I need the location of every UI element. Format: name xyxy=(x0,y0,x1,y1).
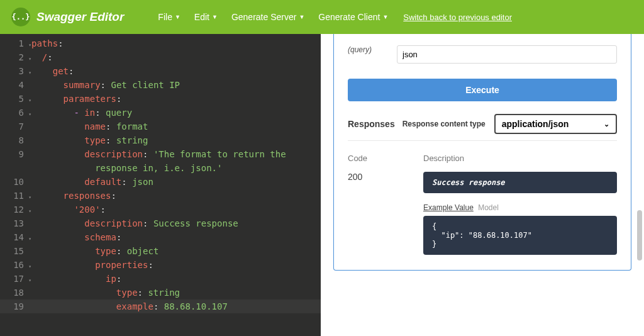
code-content[interactable]: get: xyxy=(31,64,74,78)
editor-line[interactable]: 16▾ properties: xyxy=(0,258,321,272)
editor-line[interactable]: 17▾ ip: xyxy=(0,272,321,286)
code-content[interactable]: ip: xyxy=(31,272,121,286)
gutter: 9 xyxy=(0,147,31,161)
code-content[interactable]: default: json xyxy=(31,175,153,189)
content-type-label: Response content type xyxy=(402,120,486,128)
code-content[interactable]: schema: xyxy=(31,230,121,244)
menu-generate-client[interactable]: Generate Client▼ xyxy=(318,12,388,22)
editor-line[interactable]: 10 default: json xyxy=(0,175,321,189)
code-content[interactable]: properties: xyxy=(31,258,153,272)
menu-edit[interactable]: Edit▼ xyxy=(194,12,218,22)
gutter: 14▾ xyxy=(0,230,31,244)
editor-line[interactable]: 14▾ schema: xyxy=(0,230,321,244)
code-content[interactable]: /: xyxy=(31,50,53,64)
gutter: 2▾ xyxy=(0,50,31,64)
response-row: 200 Success response Example Value Model… xyxy=(348,172,617,255)
gutter: 4 xyxy=(0,78,31,92)
parameter-input[interactable] xyxy=(397,45,617,64)
editor-line[interactable]: 2▾ /: xyxy=(0,50,321,64)
editor-line[interactable]: 5▾ parameters: xyxy=(0,92,321,106)
editor-line[interactable]: 1▾paths: xyxy=(0,36,321,50)
editor-line[interactable]: response in, i.e. json.' xyxy=(0,161,321,175)
gutter: 12▾ xyxy=(0,203,31,216)
gutter: 11▾ xyxy=(0,189,31,203)
menu-generate-server[interactable]: Generate Server▼ xyxy=(231,12,304,22)
editor-line[interactable]: 3▾ get: xyxy=(0,64,321,78)
parameter-row: (query) xyxy=(348,45,617,64)
editor-line[interactable]: 13 description: Success response xyxy=(0,216,321,230)
code-content[interactable]: example: 88.68.10.107 xyxy=(31,300,228,313)
scroll-thumb[interactable] xyxy=(637,210,642,260)
execute-button[interactable]: Execute xyxy=(348,79,617,101)
gutter: 15 xyxy=(0,244,31,258)
chevron-down-icon: ▼ xyxy=(175,14,180,20)
code-content[interactable]: paths: xyxy=(31,36,64,50)
editor-line[interactable]: 11▾ responses: xyxy=(0,189,321,203)
tab-example-value[interactable]: Example Value xyxy=(423,203,474,212)
gutter: 10 xyxy=(0,175,31,189)
editor-line[interactable]: 12▾ '200': xyxy=(0,203,321,216)
gutter: 8 xyxy=(0,133,31,147)
gutter: 6▾ xyxy=(0,106,31,120)
code-editor[interactable]: 1▾paths:2▾ /:3▾ get:4 summary: Get clien… xyxy=(0,34,321,336)
code-content[interactable]: type: object xyxy=(31,244,158,258)
editor-line[interactable]: 19 example: 88.68.10.107 xyxy=(0,300,321,313)
content-type-select[interactable]: application/json ⌄ xyxy=(494,114,617,134)
responses-header: Responses Response content type applicat… xyxy=(348,114,617,141)
code-content[interactable]: '200': xyxy=(31,203,106,216)
responses-table-head: Code Description xyxy=(348,154,617,163)
code-content[interactable]: response in, i.e. json.' xyxy=(31,161,222,175)
workspace: 1▾paths:2▾ /:3▾ get:4 summary: Get clien… xyxy=(0,34,644,336)
swagger-logo-icon: {..} xyxy=(11,8,30,26)
editor-line[interactable]: 8 type: string xyxy=(0,133,321,147)
parameter-type-label: (query) xyxy=(348,45,397,54)
gutter: 19 xyxy=(0,300,31,313)
gutter xyxy=(0,161,31,175)
main-menu: File▼ Edit▼ Generate Server▼ Generate Cl… xyxy=(158,12,388,22)
tab-model[interactable]: Model xyxy=(478,203,499,212)
menu-file[interactable]: File▼ xyxy=(158,12,180,22)
code-content[interactable]: - in: query xyxy=(31,106,132,120)
editor-line[interactable]: 7 name: format xyxy=(0,120,321,133)
response-description: Success response xyxy=(423,172,617,193)
th-description: Description xyxy=(423,154,617,163)
code-content[interactable]: type: string xyxy=(31,286,180,300)
gutter: 17▾ xyxy=(0,272,31,286)
gutter: 18 xyxy=(0,286,31,300)
brand-title: Swagger Editor xyxy=(36,10,124,24)
chevron-down-icon: ▼ xyxy=(299,14,304,20)
code-content[interactable]: summary: Get client IP xyxy=(31,78,180,92)
code-content[interactable]: description: Success response xyxy=(31,216,238,230)
code-content[interactable]: description: 'The format to return the xyxy=(31,147,286,161)
topbar: {..} Swagger Editor File▼ Edit▼ Generate… xyxy=(0,0,644,34)
example-tabs: Example Value Model xyxy=(423,203,617,212)
editor-line[interactable]: 18 type: string xyxy=(0,286,321,300)
chevron-down-icon: ▼ xyxy=(212,14,218,20)
responses-label: Responses xyxy=(348,119,395,129)
gutter: 7 xyxy=(0,120,31,133)
gutter: 1▾ xyxy=(0,36,31,50)
example-body: { "ip": "88.68.10.107" } xyxy=(423,216,617,255)
editor-line[interactable]: 15 type: object xyxy=(0,244,321,258)
gutter: 3▾ xyxy=(0,64,31,78)
editor-line[interactable]: 4 summary: Get client IP xyxy=(0,78,321,92)
code-content[interactable]: parameters: xyxy=(31,92,121,106)
content-type-value: application/json xyxy=(502,119,569,129)
chevron-down-icon: ▼ xyxy=(382,14,388,20)
response-code: 200 xyxy=(348,172,423,255)
preview-pane: (query) Execute Responses Response conte… xyxy=(321,34,644,336)
operation-panel: (query) Execute Responses Response conte… xyxy=(333,34,631,271)
code-content[interactable]: type: string xyxy=(31,133,148,147)
th-code: Code xyxy=(348,154,423,163)
brand: {..} Swagger Editor xyxy=(11,8,124,26)
gutter: 5▾ xyxy=(0,92,31,106)
chevron-down-icon: ⌄ xyxy=(604,120,609,128)
scrollbar[interactable] xyxy=(637,34,642,336)
code-content[interactable]: name: format xyxy=(31,120,148,133)
editor-line[interactable]: 9 description: 'The format to return the xyxy=(0,147,321,161)
code-content[interactable]: responses: xyxy=(31,189,116,203)
switch-editor-link[interactable]: Switch back to previous editor xyxy=(403,13,512,22)
gutter: 13 xyxy=(0,216,31,230)
editor-line[interactable]: 6▾ - in: query xyxy=(0,106,321,120)
gutter: 16▾ xyxy=(0,258,31,272)
